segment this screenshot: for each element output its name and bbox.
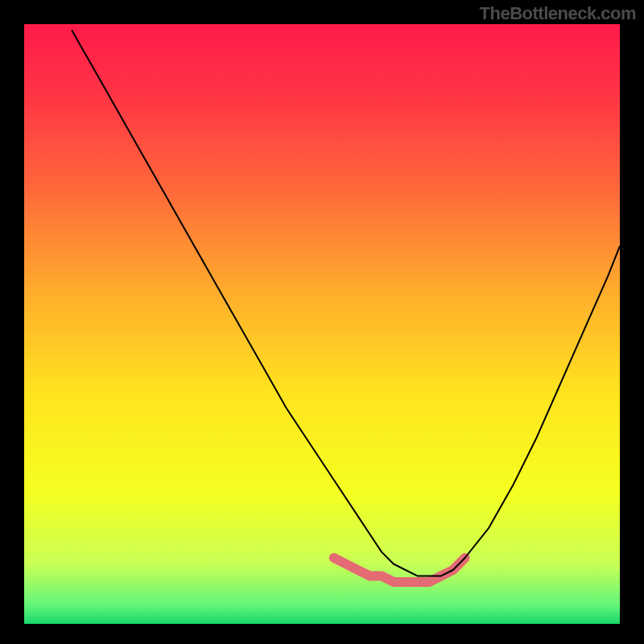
plot-background: [24, 24, 620, 624]
chart-frame: TheBottleneck.com: [0, 0, 644, 644]
bottleneck-chart: [0, 0, 644, 644]
attribution-watermark: TheBottleneck.com: [480, 3, 636, 24]
